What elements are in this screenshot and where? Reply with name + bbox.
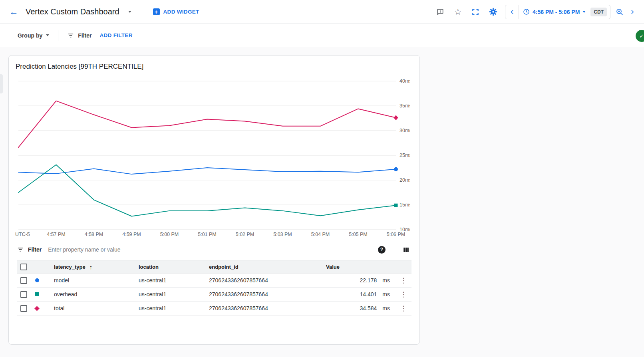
time-forward-button[interactable]: [626, 4, 638, 20]
star-icon: ☆: [454, 8, 462, 16]
clock-icon: [523, 8, 530, 15]
header-actions: ☆: [432, 4, 501, 20]
svg-text:40ms: 40ms: [400, 78, 410, 84]
column-header-value[interactable]: Value: [324, 264, 396, 270]
dashboard-toolbar: Group by Filter ADD FILTER ✓: [0, 24, 644, 47]
series-marker-icon: [35, 292, 39, 296]
svg-text:5:02 PM: 5:02 PM: [236, 232, 254, 237]
more-vert-icon: ⋮: [400, 277, 407, 284]
time-range-label: 4:56 PM - 5:06 PM: [533, 9, 580, 15]
svg-text:5:01 PM: 5:01 PM: [198, 232, 217, 237]
value-number: 22.178: [360, 277, 377, 284]
location-cell: us-central1: [133, 291, 204, 298]
filter-icon: [67, 32, 74, 39]
svg-text:5:04 PM: 5:04 PM: [311, 232, 330, 237]
series-marker-icon: [35, 278, 39, 282]
add-widget-button[interactable]: + ADD WIDGET: [153, 8, 199, 15]
latency-type-cell: overhead: [49, 291, 133, 298]
row-menu-button[interactable]: ⋮: [398, 303, 409, 314]
check-icon: ✓: [640, 33, 644, 39]
svg-text:4:59 PM: 4:59 PM: [122, 232, 141, 237]
group-by-button[interactable]: Group by: [18, 32, 49, 39]
filter-icon: [17, 246, 24, 253]
svg-text:4:57 PM: 4:57 PM: [47, 232, 66, 237]
chevron-down-icon: [582, 11, 586, 13]
time-back-button[interactable]: [505, 5, 519, 19]
more-vert-icon: ⋮: [400, 305, 407, 312]
svg-text:30ms: 30ms: [400, 128, 410, 133]
filter-label: Filter: [78, 32, 91, 39]
svg-text:5:03 PM: 5:03 PM: [273, 232, 292, 237]
fullscreen-icon: [471, 8, 479, 16]
latency-table: latency_type ↑ location endpoint_id Valu…: [17, 260, 411, 315]
latency-type-cell: model: [49, 277, 133, 284]
svg-text:4:58 PM: 4:58 PM: [85, 232, 103, 237]
value-unit: ms: [382, 277, 390, 284]
gear-icon: [489, 8, 497, 16]
time-extra-actions: [613, 4, 638, 20]
chevron-down-icon: [46, 34, 49, 36]
toolbar-divider: [58, 30, 58, 41]
svg-text:5:00 PM: 5:00 PM: [160, 232, 179, 237]
value-number: 34.584: [360, 305, 377, 311]
table-filter-input[interactable]: [48, 246, 378, 253]
filter-button[interactable]: Filter: [67, 32, 91, 39]
column-header-endpoint-id[interactable]: endpoint_id: [204, 264, 324, 270]
chevron-right-icon: [629, 9, 636, 15]
table-row[interactable]: model us-central1 2706243362607857664 22…: [17, 274, 411, 288]
add-widget-label: ADD WIDGET: [163, 9, 199, 15]
series-marker-icon: [34, 306, 40, 311]
svg-text:5:06 PM: 5:06 PM: [387, 232, 405, 237]
row-menu-button[interactable]: ⋮: [398, 289, 409, 300]
status-indicator[interactable]: ✓: [636, 30, 644, 42]
svg-text:UTC-5: UTC-5: [15, 232, 30, 237]
latency-type-header-label: latency_type: [54, 264, 85, 270]
latency-type-cell: total: [49, 305, 133, 311]
endpoint-id-cell: 2706243362607857664: [204, 277, 324, 284]
table-row[interactable]: overhead us-central1 2706243362607857664…: [17, 288, 411, 301]
zoom-in-icon: [616, 8, 624, 16]
column-settings-button[interactable]: [400, 244, 411, 255]
filter-bar-divider: [393, 245, 393, 254]
side-panel-handle[interactable]: [0, 74, 3, 93]
value-number: 14.401: [360, 291, 377, 298]
location-cell: us-central1: [133, 305, 204, 311]
star-button[interactable]: ☆: [450, 4, 466, 20]
endpoint-id-cell: 2706243362607857664: [204, 305, 324, 311]
more-vert-icon: ⋮: [400, 291, 407, 298]
table-row[interactable]: total us-central1 2706243362607857664 34…: [17, 301, 411, 315]
fullscreen-button[interactable]: [467, 4, 483, 20]
help-icon[interactable]: ?: [378, 246, 386, 254]
widget-title: Prediction Latencies [99TH PERCENTILE]: [16, 63, 419, 71]
column-header-latency-type[interactable]: latency_type ↑: [49, 264, 133, 270]
feedback-icon: [436, 8, 444, 16]
row-checkbox[interactable]: [20, 291, 27, 298]
table-header-row: latency_type ↑ location endpoint_id Valu…: [17, 260, 411, 274]
settings-button[interactable]: [485, 4, 501, 20]
row-checkbox[interactable]: [20, 305, 27, 312]
svg-text:15ms: 15ms: [400, 202, 410, 208]
feedback-button[interactable]: [432, 4, 448, 20]
timezone-badge: CDT: [590, 8, 607, 16]
row-checkbox[interactable]: [20, 277, 27, 284]
row-menu-button[interactable]: ⋮: [398, 275, 409, 286]
zoom-button[interactable]: [613, 4, 626, 20]
add-filter-button[interactable]: ADD FILTER: [99, 32, 132, 38]
column-header-location[interactable]: location: [133, 264, 204, 270]
back-button[interactable]: ←: [6, 4, 22, 20]
chevron-left-icon: [509, 9, 515, 15]
value-cell: 22.178 ms: [324, 277, 396, 284]
dashboard-switcher-button[interactable]: [125, 7, 135, 17]
add-box-icon: +: [153, 8, 160, 15]
dashboard-canvas: Prediction Latencies [99TH PERCENTILE] 4…: [0, 47, 644, 357]
value-cell: 14.401 ms: [324, 291, 396, 298]
columns-icon: [402, 246, 410, 254]
time-range-control: 4:56 PM - 5:06 PM CDT: [505, 5, 610, 19]
value-unit: ms: [382, 291, 390, 298]
group-by-label: Group by: [18, 32, 42, 39]
select-all-checkbox[interactable]: [20, 264, 27, 270]
svg-text:35ms: 35ms: [400, 103, 410, 109]
time-range-button[interactable]: 4:56 PM - 5:06 PM: [519, 5, 590, 19]
latency-line-chart[interactable]: 40ms35ms30ms25ms20ms15ms10msUTC-54:57 PM…: [14, 75, 410, 240]
svg-text:5:05 PM: 5:05 PM: [349, 232, 368, 237]
